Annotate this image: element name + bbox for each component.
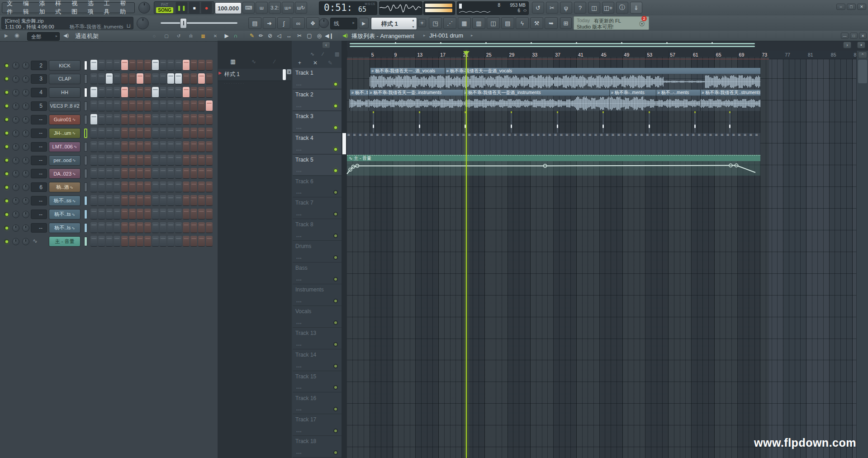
playlist-vscrollbar[interactable]: ⌃ — [856, 51, 868, 458]
pattern-add-button[interactable]: + — [418, 19, 426, 27]
channel-level-indicator[interactable] — [84, 61, 87, 70]
step-cell[interactable] — [106, 209, 113, 219]
pattern-cell[interactable]: ≡≡ — [680, 133, 686, 154]
step-cell[interactable] — [175, 155, 182, 166]
pattern-cell[interactable]: ≡≡ — [404, 133, 410, 154]
channel-enable-led[interactable] — [4, 76, 9, 81]
step-cell[interactable] — [129, 100, 136, 111]
track-options-dots[interactable]: ••• — [296, 300, 302, 304]
step-cell[interactable] — [129, 236, 136, 247]
pl-close-button[interactable]: ✕ — [859, 33, 867, 39]
step-cell[interactable] — [160, 114, 166, 125]
pattern-cell[interactable]: ≡≡ — [743, 133, 749, 154]
step-cell[interactable] — [152, 114, 159, 125]
snap-magnet-icon[interactable]: ∩ — [231, 32, 240, 40]
step-cell[interactable] — [129, 209, 136, 219]
track-mute-led[interactable] — [333, 168, 338, 173]
pattern-cell[interactable]: ≡≡ — [594, 133, 600, 154]
marker-dropdown-icon[interactable]: ◳ — [429, 17, 442, 29]
menu-item[interactable]: 帮助 — [117, 0, 133, 16]
track-options-dots[interactable]: ••• — [296, 256, 302, 261]
link-icon[interactable]: ∞ — [292, 17, 305, 29]
pitch-slider-track[interactable] — [161, 22, 237, 24]
step-cell[interactable] — [167, 155, 174, 166]
step-cell[interactable] — [106, 155, 113, 166]
step-cell[interactable] — [183, 87, 190, 98]
channel-level-indicator[interactable] — [84, 74, 87, 84]
channel-enable-led[interactable] — [4, 171, 9, 176]
channel-number-box[interactable]: -- — [31, 169, 47, 178]
mute-tool-icon[interactable]: ◁ — [275, 32, 284, 40]
track-header[interactable]: Bass••• — [293, 263, 342, 284]
pattern-cell[interactable]: ≡≡ — [468, 133, 474, 154]
select-tool-icon[interactable]: ▢ — [305, 32, 314, 40]
pattern-cell[interactable]: ≡≡ — [709, 133, 715, 154]
step-cell[interactable] — [137, 209, 143, 219]
rack-menu-icon[interactable]: ▶ — [5, 33, 8, 38]
step-cell[interactable] — [167, 114, 174, 125]
snap-knob[interactable] — [319, 18, 329, 28]
step-cell[interactable] — [129, 73, 136, 84]
pattern-cell[interactable]: ≡≡ — [542, 133, 548, 154]
main-pitch-knob[interactable] — [137, 17, 149, 29]
step-cell[interactable] — [206, 168, 213, 179]
pattern-cell[interactable]: ≡≡ — [502, 133, 508, 154]
step-cell[interactable] — [106, 100, 113, 111]
menu-item[interactable]: 工具 — [101, 0, 117, 16]
step-cell[interactable] — [98, 114, 105, 125]
channel-volume-knob[interactable] — [22, 143, 29, 151]
step-cell[interactable] — [144, 222, 151, 233]
step-cell[interactable] — [129, 60, 136, 71]
step-cell[interactable] — [175, 128, 182, 138]
pl-minimize-button[interactable]: — — [841, 33, 849, 39]
step-cell[interactable] — [114, 73, 120, 84]
vscroll-thumb[interactable] — [858, 60, 867, 83]
pattern-stub-clip[interactable] — [649, 111, 650, 133]
channel-pan-knob[interactable] — [12, 62, 19, 69]
keyboard-editor-icon[interactable]: ▦ — [198, 32, 208, 40]
step-cell[interactable] — [98, 100, 105, 111]
step-cell[interactable] — [198, 100, 205, 111]
step-cell[interactable] — [114, 195, 120, 206]
step-cell[interactable] — [121, 100, 128, 111]
pattern-stub-clip[interactable] — [694, 111, 696, 133]
channel-enable-led[interactable] — [4, 239, 9, 244]
step-cell[interactable] — [190, 155, 197, 166]
track-mute-led[interactable] — [333, 234, 338, 238]
step-cell[interactable] — [114, 87, 120, 98]
pattern-cell[interactable]: ≡≡ — [560, 133, 565, 154]
step-cell[interactable] — [144, 236, 151, 247]
pattern-cell[interactable]: ≡≡ — [617, 133, 623, 154]
channel-pan-knob[interactable] — [12, 143, 19, 151]
step-cell[interactable] — [152, 209, 159, 219]
channel-button[interactable]: Guiro01 ∿ — [49, 114, 81, 125]
hscroll-fwd-button[interactable]: › — [843, 42, 851, 48]
playlist-grid[interactable] — [347, 57, 856, 458]
channel-level-indicator[interactable] — [84, 223, 87, 233]
pattern-cell[interactable]: ≡≡ — [669, 133, 674, 154]
step-cell[interactable] — [90, 222, 97, 233]
step-cell[interactable] — [129, 141, 136, 152]
ghost-knob-icon[interactable]: ◌ — [149, 32, 159, 40]
step-cell[interactable] — [206, 209, 213, 219]
step-cell[interactable] — [190, 73, 197, 84]
track-mute-led[interactable] — [333, 147, 338, 152]
audio-tab-icon[interactable]: ∿ — [249, 58, 258, 65]
pattern-cell[interactable]: ≡≡ — [640, 133, 646, 154]
step-cell[interactable] — [106, 141, 113, 152]
step-cell[interactable] — [121, 181, 128, 192]
tools-icon[interactable]: ⚒ — [530, 17, 543, 29]
track-mute-led[interactable] — [333, 190, 338, 195]
pattern-cell[interactable]: ≡≡ — [732, 133, 738, 154]
channel-enable-led[interactable] — [4, 158, 9, 163]
channel-button[interactable]: LMT..006 ∿ — [49, 142, 81, 152]
breadcrumb-pattern-label[interactable]: JH-001 drum — [429, 32, 463, 39]
step-cell[interactable] — [198, 155, 205, 166]
track-options-dots[interactable]: ••• — [296, 365, 302, 369]
step-cell[interactable] — [175, 181, 182, 192]
pattern-cell[interactable]: ≡≡ — [703, 133, 709, 154]
pattern-cell[interactable]: ≡≡ — [427, 133, 433, 154]
pat-mode-button[interactable]: PAT — [156, 2, 173, 7]
step-cell[interactable] — [137, 222, 143, 233]
step-cell[interactable] — [98, 60, 105, 71]
